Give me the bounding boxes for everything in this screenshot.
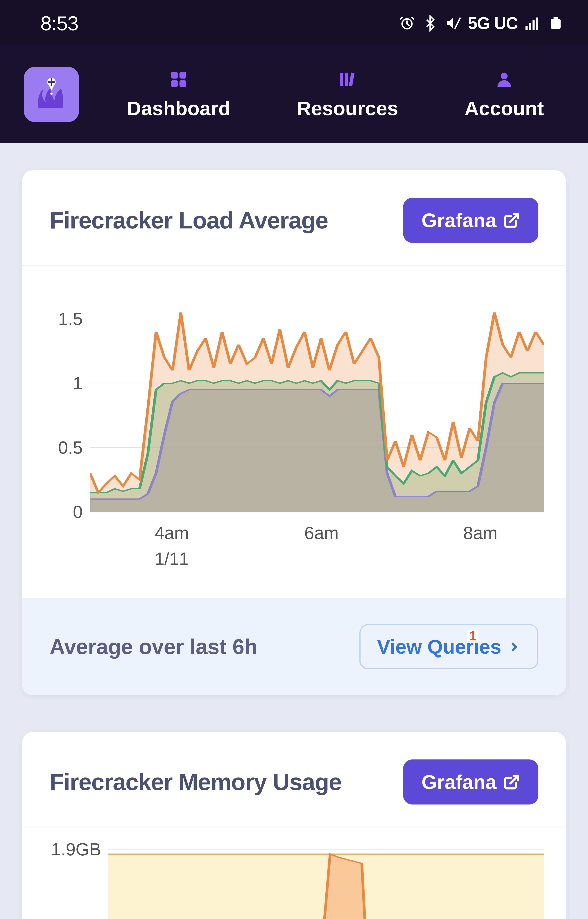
app-logo[interactable] — [24, 67, 79, 122]
external-link-icon — [503, 774, 520, 791]
svg-rect-11 — [179, 72, 186, 79]
svg-point-17 — [501, 73, 507, 79]
user-icon — [494, 69, 514, 89]
chevron-right-icon — [508, 640, 521, 653]
signal-icon — [524, 15, 541, 32]
view-queries-button[interactable]: View Queries 1 — [359, 624, 538, 669]
library-icon — [338, 69, 358, 89]
alarm-icon — [399, 15, 415, 32]
status-time: 8:53 — [40, 11, 78, 35]
card-title: Firecracker Memory Usage — [50, 769, 341, 795]
notification-badge: 1 — [467, 630, 478, 641]
card-load-average: Firecracker Load Average Grafana 00.511.… — [22, 170, 566, 695]
card-title: Firecracker Load Average — [50, 207, 328, 234]
nav-label: Dashboard — [127, 97, 230, 120]
svg-rect-16 — [349, 73, 355, 86]
grafana-button[interactable]: Grafana — [403, 759, 538, 804]
battery-icon — [547, 15, 564, 32]
mute-icon — [445, 15, 462, 32]
svg-rect-14 — [340, 73, 343, 86]
svg-rect-6 — [551, 19, 561, 29]
svg-rect-3 — [529, 23, 531, 30]
memory-chart: 0b953MB1.9GB — [44, 850, 544, 919]
external-link-icon — [503, 212, 520, 229]
svg-rect-13 — [179, 80, 186, 87]
svg-rect-2 — [525, 26, 528, 30]
svg-rect-15 — [345, 73, 348, 86]
svg-rect-4 — [533, 20, 535, 30]
svg-line-1 — [455, 18, 460, 29]
nav-account[interactable]: Account — [465, 69, 544, 120]
grafana-button[interactable]: Grafana — [403, 198, 538, 243]
svg-rect-12 — [171, 80, 178, 87]
status-bar: 8:53 5G UC — [0, 0, 588, 46]
nav-resources[interactable]: Resources — [297, 69, 398, 120]
footer-label: Average over last 6h — [50, 635, 257, 659]
svg-point-9 — [50, 93, 53, 95]
load-chart: 00.511.5 4am1/116am8am — [44, 287, 544, 591]
network-label: 5G UC — [468, 14, 518, 33]
nav-label: Account — [465, 97, 544, 120]
nav-dashboard[interactable]: Dashboard — [127, 69, 230, 120]
svg-rect-10 — [171, 72, 178, 79]
svg-rect-5 — [536, 18, 538, 30]
content[interactable]: Firecracker Load Average Grafana 00.511.… — [0, 143, 588, 919]
top-nav: Dashboard Resources Account — [0, 46, 588, 143]
nav-label: Resources — [297, 97, 398, 120]
bluetooth-icon — [422, 15, 439, 32]
card-memory-usage: Firecracker Memory Usage Grafana 0b953MB… — [22, 732, 566, 919]
grid-icon — [168, 69, 189, 89]
svg-rect-7 — [554, 17, 558, 19]
status-right: 5G UC — [399, 14, 564, 33]
